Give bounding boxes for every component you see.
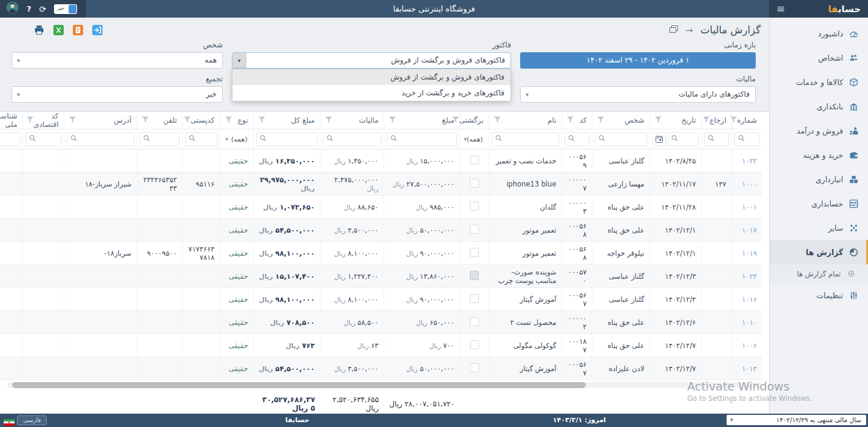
column-search-input[interactable] (704, 132, 729, 146)
chevron-down-icon[interactable]: ▾ (232, 53, 246, 68)
back-arrow-icon[interactable]: → (685, 25, 693, 36)
invoice-dropdown-option[interactable]: فاکتورهای خرید و برگشت از خرید (232, 85, 510, 101)
column-header[interactable]: ارجاع (701, 112, 731, 129)
horizontal-scrollbar[interactable] (7, 382, 762, 388)
column-search-input[interactable] (668, 132, 699, 146)
column-header[interactable]: برگشتی (459, 112, 489, 129)
column-search-input[interactable] (387, 132, 457, 146)
column-header[interactable]: مبلغ کل (253, 112, 320, 129)
help-icon[interactable]: ? (27, 4, 32, 13)
tax-select[interactable]: فاکتورهای دارای مالیات (520, 86, 756, 103)
column-search-input[interactable] (734, 132, 760, 146)
filter-icon[interactable] (69, 116, 76, 125)
duplicate-window-icon[interactable] (670, 24, 678, 36)
excel-export-icon[interactable] (53, 25, 64, 35)
scrollbar-thumb[interactable] (12, 382, 586, 388)
hamburger-menu-icon[interactable]: ≡ (776, 0, 785, 18)
person-select[interactable]: همه (12, 52, 223, 69)
column-filter-select[interactable]: (همه)▾ (463, 135, 486, 143)
fiscal-year-select[interactable]: سال مالی منتهی به ۱۴۰۲/۱۲/۲۹ (727, 415, 866, 425)
sidebar-item-other[interactable]: سایر (770, 216, 868, 240)
filter-icon[interactable] (730, 116, 737, 125)
invoice-number-link[interactable]: ۱۰۲۴ (731, 265, 762, 288)
column-header[interactable]: آدرس (64, 112, 137, 129)
invoice-number-link[interactable]: ۱۰۲۲ (731, 149, 762, 173)
sidebar-item-products-services[interactable]: کالاها و خدمات (770, 70, 868, 94)
mode-toggle[interactable]: خیر (54, 4, 77, 14)
column-search-input[interactable] (25, 132, 61, 146)
calendar-icon[interactable] (653, 132, 666, 146)
filter-icon[interactable] (567, 116, 574, 125)
sidebar-item-sales-income[interactable]: فروش و درآمد (770, 118, 868, 143)
returned-checkbox[interactable] (470, 363, 479, 372)
returned-checkbox[interactable] (470, 294, 479, 303)
sidebar-item-all-reports[interactable]: تمام گزارش ها (770, 264, 868, 283)
print-icon[interactable] (34, 25, 44, 35)
filter-icon[interactable] (325, 116, 332, 125)
refresh-icon[interactable]: ⟳ (39, 4, 47, 14)
pdf-export-icon[interactable] (73, 25, 83, 35)
column-search-input[interactable] (185, 132, 217, 146)
sidebar-item-persons[interactable]: اشخاص (770, 46, 868, 70)
logo[interactable]: حسابفا (828, 4, 861, 15)
filter-icon[interactable] (655, 116, 662, 125)
column-header[interactable]: شخص (592, 112, 649, 129)
column-filter-select[interactable]: (همه)▾ (223, 135, 251, 143)
returned-checkbox[interactable] (470, 317, 479, 326)
invoice-number-link[interactable]: ۱۰۱۹ (731, 242, 762, 265)
filter-icon[interactable] (27, 116, 33, 125)
column-header[interactable]: مبلغ (384, 112, 459, 129)
invoice-number-link[interactable]: ۱۰۱۷ (731, 219, 762, 242)
column-search-input[interactable] (323, 132, 381, 146)
invoice-dropdown-option[interactable]: فاکتورهای فروش و برگشت از فروش (232, 69, 510, 85)
aggregate-select[interactable]: خیر (12, 86, 223, 103)
column-header[interactable]: کدپستی (182, 112, 220, 129)
export-icon[interactable] (92, 25, 103, 35)
column-header[interactable]: کد (561, 112, 592, 129)
returned-checkbox[interactable] (470, 202, 479, 211)
column-search-input[interactable] (595, 132, 647, 146)
filter-icon[interactable] (703, 116, 710, 125)
filter-icon[interactable] (494, 116, 501, 125)
filter-icon[interactable] (597, 116, 604, 125)
returned-checkbox[interactable] (470, 225, 479, 234)
invoice-number-link[interactable]: ۱۰۱۰ (731, 311, 762, 334)
column-search-input[interactable] (565, 132, 589, 146)
column-header[interactable]: تلفن (137, 112, 182, 129)
returned-checkbox[interactable] (470, 179, 479, 188)
filter-icon[interactable] (225, 116, 232, 125)
column-search-input[interactable] (492, 132, 559, 146)
returned-checkbox[interactable] (470, 248, 479, 257)
column-header[interactable]: تاریخ (649, 112, 701, 129)
column-header[interactable]: شماره (731, 112, 762, 129)
returned-checkbox[interactable] (470, 155, 479, 165)
invoice-number-link[interactable]: ۱۰۰۰ (731, 173, 762, 196)
filter-icon[interactable] (184, 116, 191, 125)
filter-icon[interactable] (142, 116, 149, 125)
returned-checkbox[interactable] (470, 271, 479, 280)
column-search-input[interactable] (0, 132, 20, 146)
sidebar-item-reports[interactable]: گزارش ها (770, 240, 868, 264)
column-header[interactable]: شناسه ملی (0, 112, 22, 129)
column-header[interactable]: کد اقتصادی (22, 112, 64, 129)
sidebar-item-dashboard[interactable]: داشبورد (770, 21, 868, 46)
filter-icon[interactable] (259, 116, 265, 125)
invoice-number-link[interactable]: ۱۰۱۴ (731, 357, 762, 380)
language-button[interactable]: فارسی (17, 415, 47, 425)
avatar[interactable] (6, 1, 19, 16)
sidebar-item-settings[interactable]: تنظیمات (770, 283, 868, 307)
sidebar-item-purchase-expense[interactable]: خرید و هزینه (770, 143, 868, 167)
column-search-input[interactable] (256, 132, 317, 146)
column-header[interactable]: نوع (220, 112, 253, 129)
invoice-number-link[interactable]: ۱۰۱۶ (731, 288, 762, 311)
column-search-input[interactable] (67, 132, 134, 146)
date-range-button[interactable]: ۱ فروردین ۱۴۰۲ - ۲۹ اسفند ۱۴۰۲ (520, 52, 756, 69)
invoice-select[interactable]: فاکتورهای فروش و برگشت از فروش ▾ فاکتوره… (232, 52, 511, 69)
invoice-number-link[interactable]: ۱۰۰۱ (731, 196, 762, 219)
column-header[interactable]: نام (489, 112, 561, 129)
column-header[interactable]: مالیات (320, 112, 384, 129)
sidebar-item-accounting[interactable]: حسابداری (770, 191, 868, 216)
returned-checkbox[interactable] (470, 340, 479, 349)
sidebar-item-inventory[interactable]: انبارداری (770, 167, 868, 191)
filter-icon[interactable] (389, 116, 396, 125)
